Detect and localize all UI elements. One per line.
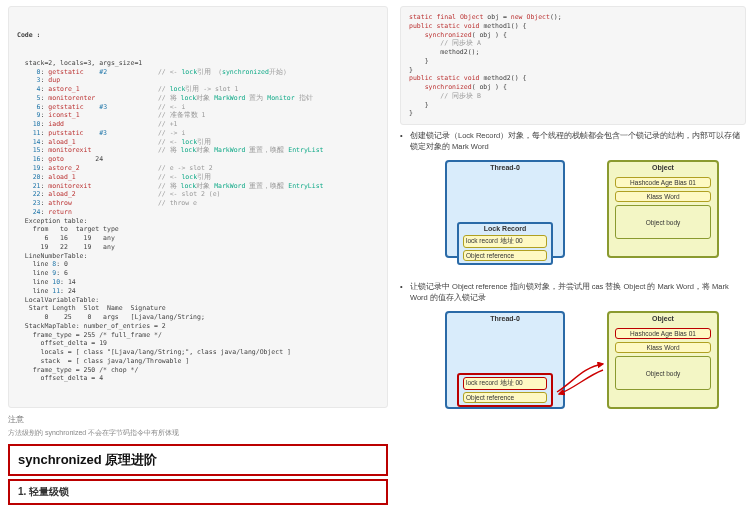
lock-record-card: Lock Record lock record 地址 00 Object ref… — [457, 373, 553, 407]
left-column: Code : stack=2, locals=3, args_size=1 0:… — [8, 6, 388, 505]
bullet-1: 创建锁记录（Lock Record）对象，每个线程的栈帧都会包含一个锁记录的结构… — [400, 131, 746, 152]
code-header: Code : — [17, 31, 379, 40]
diagram-lock-record-1: Thread-0 Lock Record lock record 地址 00 O… — [415, 156, 731, 274]
note-text: 方法级别的 synchronized 不会在字节码指令中有所体现 — [8, 428, 388, 438]
cas-swap-arrows-icon — [553, 362, 607, 396]
highlighted-section: synchronized 原理进阶 1. 轻量级锁 — [8, 444, 388, 505]
section-heading-synchronized: synchronized 原理进阶 — [8, 444, 388, 476]
object-card: Object Hashcode Age Bias 01 Klass Word O… — [607, 160, 719, 258]
note-label: 注意 — [8, 414, 388, 425]
java-source-block: static final Object obj = new Object(); … — [400, 6, 746, 125]
right-column: static final Object obj = new Object(); … — [400, 6, 746, 505]
lock-record-card: Lock Record lock record 地址 00 Object ref… — [457, 222, 553, 265]
bytecode-listing: Code : stack=2, locals=3, args_size=1 0:… — [8, 6, 388, 408]
object-card: Object Hashcode Age Bias 01 Klass Word O… — [607, 311, 719, 409]
bullet-2: 让锁记录中 Object reference 指向锁对象，并尝试用 cas 替换… — [400, 282, 746, 303]
diagram-lock-record-2: Thread-0 Lock Record lock record 地址 00 O… — [415, 307, 731, 425]
subheading-lightweight-lock: 1. 轻量级锁 — [8, 479, 388, 505]
